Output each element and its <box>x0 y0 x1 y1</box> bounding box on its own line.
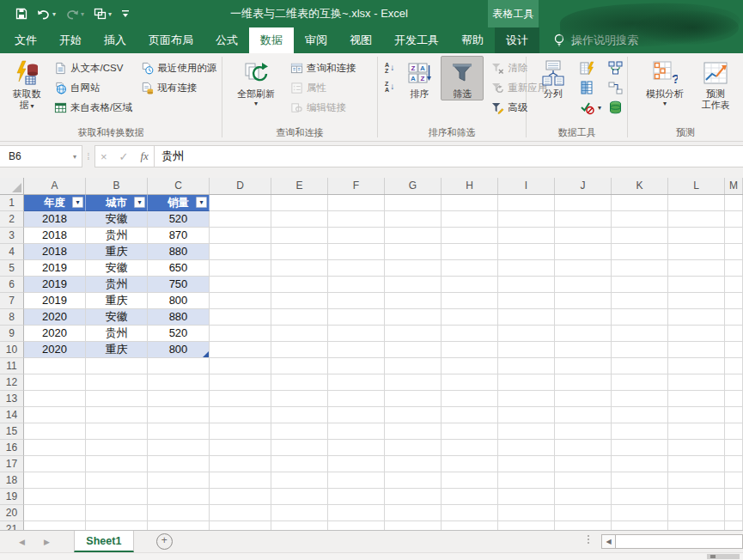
cell-J8[interactable] <box>555 309 612 326</box>
cell-D11[interactable] <box>210 358 271 374</box>
column-header-J[interactable]: J <box>555 178 612 194</box>
cell-H13[interactable] <box>442 391 498 407</box>
column-header-F[interactable]: F <box>328 178 385 194</box>
cancel-button[interactable]: × <box>100 150 107 163</box>
cell-A16[interactable] <box>24 440 86 456</box>
cell-H3[interactable] <box>442 228 498 244</box>
cell-K8[interactable] <box>612 309 668 326</box>
cell-B14[interactable] <box>86 407 148 423</box>
cell-A15[interactable] <box>24 423 86 440</box>
cell-C3[interactable]: 870 <box>148 228 210 244</box>
column-header-A[interactable]: A <box>24 178 86 194</box>
cell-E21[interactable] <box>271 521 328 530</box>
cell-H20[interactable] <box>442 505 498 521</box>
cell-B13[interactable] <box>86 391 148 407</box>
cell-J4[interactable] <box>555 244 612 260</box>
name-box-dropdown[interactable]: ▾ <box>73 153 76 161</box>
cell-F16[interactable] <box>328 440 385 456</box>
column-header-H[interactable]: H <box>442 178 498 194</box>
cell-L10[interactable] <box>668 342 725 358</box>
cell-J11[interactable] <box>555 358 612 374</box>
cell-A5[interactable]: 2019 <box>24 260 86 277</box>
cell-F17[interactable] <box>328 456 385 472</box>
filter-dropdown-年度[interactable]: ▾ <box>72 197 83 208</box>
cell-M17[interactable] <box>725 456 743 472</box>
cell-G6[interactable] <box>385 277 442 293</box>
redo-dropdown[interactable]: ▾ <box>81 10 84 18</box>
cell-J18[interactable] <box>555 472 612 489</box>
cell-M14[interactable] <box>725 407 743 423</box>
cell-K21[interactable] <box>612 521 668 530</box>
tab-data[interactable]: 数据 <box>249 27 294 53</box>
cell-J15[interactable] <box>555 423 612 440</box>
cell-H7[interactable] <box>442 293 498 309</box>
cell-J7[interactable] <box>555 293 612 309</box>
cell-D10[interactable] <box>210 342 271 358</box>
cell-M2[interactable] <box>725 211 743 228</box>
cell-H12[interactable] <box>442 374 498 391</box>
cell-J14[interactable] <box>555 407 612 423</box>
cell-H8[interactable] <box>442 309 498 326</box>
cell-D5[interactable] <box>210 260 271 277</box>
cell-L13[interactable] <box>668 391 725 407</box>
cell-G20[interactable] <box>385 505 442 521</box>
tab-developer[interactable]: 开发工具 <box>383 27 450 53</box>
cell-D12[interactable] <box>210 374 271 391</box>
cell-B2[interactable]: 安徽 <box>86 211 148 228</box>
cell-A21[interactable] <box>24 521 86 530</box>
cell-C1[interactable]: 销量▾ <box>148 195 210 211</box>
cell-E14[interactable] <box>271 407 328 423</box>
cell-L17[interactable] <box>668 456 725 472</box>
cell-M3[interactable] <box>725 228 743 244</box>
cell-F2[interactable] <box>328 211 385 228</box>
cell-M21[interactable] <box>725 521 743 530</box>
cell-C21[interactable] <box>148 521 210 530</box>
cell-B9[interactable]: 贵州 <box>86 326 148 342</box>
consolidate-button[interactable] <box>607 60 624 76</box>
cell-F6[interactable] <box>328 277 385 293</box>
what-if-analysis-button[interactable]: ? 模拟分析 ▾ <box>638 56 691 108</box>
cell-M6[interactable] <box>725 277 743 293</box>
relationships-button[interactable] <box>607 80 624 96</box>
cell-B19[interactable] <box>86 489 148 505</box>
cell-J21[interactable] <box>555 521 612 530</box>
tab-help[interactable]: 帮助 <box>450 27 495 53</box>
cell-H2[interactable] <box>442 211 498 228</box>
cell-M20[interactable] <box>725 505 743 521</box>
cell-G3[interactable] <box>385 228 442 244</box>
cell-K2[interactable] <box>612 211 668 228</box>
cell-G13[interactable] <box>385 391 442 407</box>
tab-design[interactable]: 设计 <box>495 27 539 53</box>
cell-C9[interactable]: 520 <box>148 326 210 342</box>
cell-D1[interactable] <box>210 195 271 211</box>
cell-K12[interactable] <box>612 374 668 391</box>
cell-E20[interactable] <box>271 505 328 521</box>
cell-L3[interactable] <box>668 228 725 244</box>
cell-D3[interactable] <box>210 228 271 244</box>
cell-G18[interactable] <box>385 472 442 489</box>
tab-page-layout[interactable]: 页面布局 <box>137 27 204 53</box>
cell-A7[interactable]: 2019 <box>24 293 86 309</box>
column-header-I[interactable]: I <box>498 178 555 194</box>
row-header-19[interactable]: 19 <box>0 489 24 505</box>
cell-M12[interactable] <box>725 374 743 391</box>
data-validation-button[interactable]: ▾ <box>579 100 602 116</box>
cell-B21[interactable] <box>86 521 148 530</box>
cell-A17[interactable] <box>24 456 86 472</box>
cell-A1[interactable]: 年度▾ <box>24 195 86 211</box>
cell-E13[interactable] <box>271 391 328 407</box>
sort-descending-button[interactable]: ZA↓ <box>383 80 396 94</box>
cell-B11[interactable] <box>86 358 148 374</box>
row-header-12[interactable]: 12 <box>0 374 24 391</box>
cell-F14[interactable] <box>328 407 385 423</box>
cell-L16[interactable] <box>668 440 725 456</box>
cell-D17[interactable] <box>210 456 271 472</box>
row-header-15[interactable]: 15 <box>0 423 24 440</box>
cell-L11[interactable] <box>668 358 725 374</box>
cell-L20[interactable] <box>668 505 725 521</box>
row-header-6[interactable]: 6 <box>0 277 24 293</box>
column-header-L[interactable]: L <box>668 178 725 194</box>
cell-L7[interactable] <box>668 293 725 309</box>
cell-F10[interactable] <box>328 342 385 358</box>
cell-F15[interactable] <box>328 423 385 440</box>
